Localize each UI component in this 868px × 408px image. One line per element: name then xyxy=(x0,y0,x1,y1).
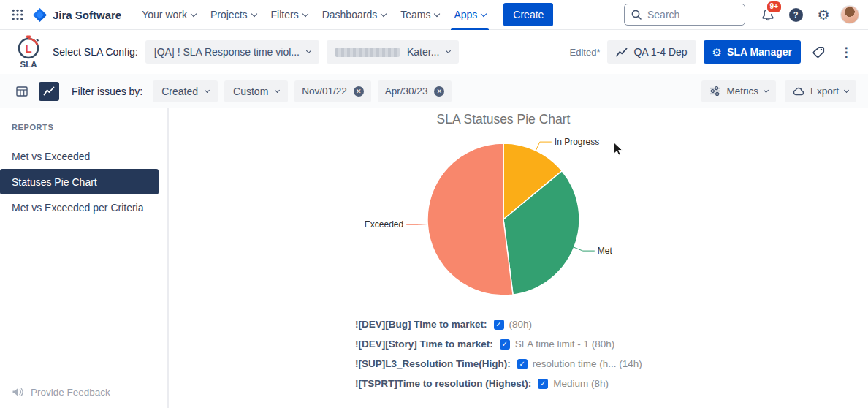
product-name: Jira Software xyxy=(53,9,121,21)
reports-heading: REPORTS xyxy=(0,117,167,143)
criteria-row: ![SUP]L3_Resolution Time(High): ✓ resolu… xyxy=(355,354,642,374)
chevron-down-icon xyxy=(381,10,387,16)
vertical-ellipsis-icon: ⋮ xyxy=(840,46,853,58)
settings-button[interactable]: ⚙ xyxy=(812,4,834,26)
app-switcher-icon[interactable] xyxy=(7,4,28,25)
nav-teams[interactable]: Teams xyxy=(393,0,446,30)
gear-icon: ⚙ xyxy=(817,8,829,22)
tag-button[interactable] xyxy=(808,40,829,64)
sla-app-logo: L SLA xyxy=(12,35,45,69)
notifications-button[interactable]: 9+ xyxy=(757,4,779,26)
chevron-down-icon xyxy=(275,87,280,92)
qa-dep-button[interactable]: QA 1-4 Dep xyxy=(607,40,696,64)
sla-owner-dropdown[interactable]: Kater... xyxy=(327,40,459,64)
criteria-label: ![SUP]L3_Resolution Time(High): xyxy=(355,358,511,369)
chart-icon xyxy=(43,86,55,96)
pie-leader-line xyxy=(406,224,427,225)
chevron-down-icon xyxy=(306,48,311,53)
trend-chart-icon xyxy=(616,48,628,57)
chevron-down-icon xyxy=(191,10,197,16)
checkbox-checked-icon[interactable]: ✓ xyxy=(517,359,528,369)
filter-issues-label: Filter issues by: xyxy=(72,86,142,97)
nav-apps[interactable]: Apps xyxy=(446,0,493,30)
chevron-down-icon xyxy=(481,10,487,16)
table-icon xyxy=(16,86,28,97)
pie-slice-exceeded[interactable] xyxy=(427,143,513,295)
checkbox-checked-icon[interactable]: ✓ xyxy=(500,339,510,350)
sla-manager-button[interactable]: ⚙ SLA Manager xyxy=(704,40,801,64)
pie-chart: In ProgressMetExceeded xyxy=(350,128,657,311)
top-navigation: Jira Software Your work Projects Filters… xyxy=(0,0,868,30)
question-icon: ? xyxy=(789,8,803,22)
megaphone-icon xyxy=(12,387,24,398)
user-avatar[interactable] xyxy=(840,5,859,24)
chevron-down-icon xyxy=(251,10,256,16)
reports-sidebar: REPORTS Met vs Exceeded Statuses Pie Cha… xyxy=(0,108,169,408)
nav-dashboards[interactable]: Dashboards xyxy=(315,0,394,30)
sla-config-dropdown[interactable]: [QA] ! SLA Response time viol... xyxy=(145,40,319,64)
custom-range-dropdown[interactable]: Custom xyxy=(224,80,288,102)
nav-right-icons: 9+ ? ⚙ xyxy=(757,4,859,26)
chevron-down-icon xyxy=(434,10,440,16)
criteria-value: resolution time (h... (14h) xyxy=(533,358,642,369)
sidebar-item-met-vs-exceeded[interactable]: Met vs Exceeded xyxy=(0,143,159,169)
create-button[interactable]: Create xyxy=(503,3,553,26)
nav-projects[interactable]: Projects xyxy=(203,0,264,30)
metrics-button[interactable]: Metrics xyxy=(701,80,776,102)
checkbox-checked-icon[interactable]: ✓ xyxy=(538,379,548,389)
checkbox-checked-icon[interactable]: ✓ xyxy=(494,320,504,330)
date-from-chip[interactable]: Nov/01/22 ✕ xyxy=(294,80,371,102)
sidebar-item-met-vs-exceeded-per-criteria[interactable]: Met vs Exceeded per Criteria xyxy=(0,194,159,220)
chart-title: SLA Statuses Pie Chart xyxy=(350,112,657,127)
more-options-button[interactable]: ⋮ xyxy=(836,40,856,64)
help-button[interactable]: ? xyxy=(785,4,807,26)
content-area: REPORTS Met vs Exceeded Statuses Pie Cha… xyxy=(0,108,868,408)
search-icon xyxy=(631,9,642,20)
date-to-chip[interactable]: Apr/30/23 ✕ xyxy=(378,80,452,102)
report-main: SLA Statuses Pie Chart In ProgressMetExc… xyxy=(169,108,868,408)
provide-feedback-link[interactable]: Provide Feedback xyxy=(12,387,110,398)
filter-bar-actions: Metrics Export xyxy=(701,80,856,102)
sidebar-item-statuses-pie-chart[interactable]: Statuses Pie Chart xyxy=(0,169,159,194)
table-view-button[interactable] xyxy=(12,82,32,101)
criteria-list: ![DEV][Bug] Time to market: ✓ (80h) ![DE… xyxy=(355,314,642,393)
remove-date-to-icon[interactable]: ✕ xyxy=(434,86,444,97)
criteria-row: ![DEV][Story] Time to market: ✓ SLA time… xyxy=(355,334,642,354)
pie-slice-label: Met xyxy=(598,246,613,256)
chevron-down-icon xyxy=(302,10,308,16)
sla-config-header: L SLA Select SLA Config: [QA] ! SLA Resp… xyxy=(0,30,868,74)
jira-app-window: Jira Software Your work Projects Filters… xyxy=(0,0,868,408)
global-search xyxy=(624,4,745,26)
filter-bar: Filter issues by: Created Custom Nov/01/… xyxy=(0,74,868,108)
criteria-value: (80h) xyxy=(509,319,533,330)
notification-badge: 9+ xyxy=(766,0,783,14)
chevron-down-icon xyxy=(764,87,769,92)
criteria-row: ![TSPRT]Time to resolution (Highest): ✓ … xyxy=(355,374,642,393)
criteria-label: ![DEV][Story] Time to market: xyxy=(355,339,493,350)
jira-diamond-icon xyxy=(32,7,47,23)
svg-text:SLA: SLA xyxy=(20,60,37,69)
export-cloud-icon xyxy=(793,87,804,96)
nav-your-work[interactable]: Your work xyxy=(134,0,203,30)
chart-view-button[interactable] xyxy=(39,82,59,101)
nav-filters[interactable]: Filters xyxy=(264,0,315,30)
created-filter-dropdown[interactable]: Created xyxy=(153,80,218,102)
criteria-row: ![DEV][Bug] Time to market: ✓ (80h) xyxy=(355,314,642,334)
export-button[interactable]: Export xyxy=(785,80,856,102)
pie-leader-line xyxy=(574,247,595,251)
select-sla-config-label: Select SLA Config: xyxy=(53,46,138,58)
chevron-down-icon xyxy=(205,87,210,92)
criteria-label: ![DEV][Bug] Time to market: xyxy=(355,319,487,330)
jira-logo[interactable]: Jira Software xyxy=(32,7,121,23)
edited-status: Edited* xyxy=(570,47,601,58)
sliders-icon xyxy=(709,86,720,96)
chevron-down-icon xyxy=(446,48,451,53)
criteria-label: ![TSPRT]Time to resolution (Highest): xyxy=(355,378,531,389)
remove-date-from-icon[interactable]: ✕ xyxy=(354,86,364,97)
chevron-down-icon xyxy=(844,87,849,92)
gear-icon: ⚙ xyxy=(712,47,722,58)
pie-slice-label: Exceeded xyxy=(365,219,403,230)
grid-dots-icon xyxy=(12,9,23,20)
criteria-value: Medium (8h) xyxy=(553,378,609,389)
redacted-text xyxy=(335,48,400,57)
